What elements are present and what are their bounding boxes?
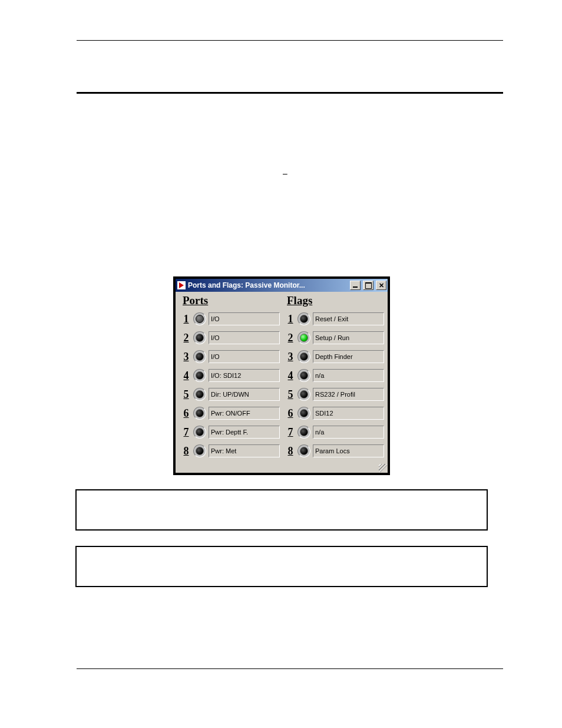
flag-number: 8 — [286, 445, 295, 457]
port-number: 3 — [181, 351, 191, 363]
led-indicator-icon — [300, 409, 308, 417]
port-led-4[interactable] — [193, 369, 206, 382]
flag-label-field[interactable]: Depth Finder — [313, 350, 384, 363]
led-indicator-icon — [300, 428, 308, 436]
led-indicator-icon — [196, 409, 204, 417]
flag-row-4: 4 n/a — [286, 366, 384, 385]
led-indicator-icon — [196, 371, 204, 380]
port-number: 8 — [181, 445, 191, 457]
port-row-5: 5 Dir: UP/DWN — [181, 385, 280, 404]
port-row-1: 1 I/O — [181, 309, 280, 328]
page-rule-top — [77, 40, 503, 41]
ports-column: Ports 1 I/O 2 I/O 3 I/O 4 — [181, 294, 280, 470]
flag-label-field[interactable]: Reset / Exit — [313, 312, 384, 325]
port-led-6[interactable] — [193, 407, 206, 420]
maximize-button[interactable] — [363, 281, 373, 290]
port-row-3: 3 I/O — [181, 347, 280, 366]
port-number: 1 — [181, 313, 191, 325]
flag-row-5: 5 RS232 / Profil — [286, 385, 384, 404]
port-label-field[interactable]: Pwr: Met — [209, 444, 280, 457]
port-row-8: 8 Pwr: Met — [181, 442, 280, 460]
flag-led-1[interactable] — [297, 312, 310, 325]
window-body: Ports 1 I/O 2 I/O 3 I/O 4 — [176, 292, 388, 473]
flag-led-7[interactable] — [297, 426, 310, 439]
flags-header: Flags — [286, 294, 384, 307]
led-indicator-icon — [196, 447, 204, 455]
led-indicator-icon — [300, 371, 308, 380]
led-indicator-icon — [300, 334, 308, 342]
page-rule-heading — [77, 92, 503, 94]
port-label-field[interactable]: I/O: SDI12 — [209, 369, 280, 382]
flag-number: 6 — [286, 407, 295, 420]
flag-label-field[interactable]: SDI12 — [313, 407, 384, 420]
port-number: 5 — [181, 388, 191, 401]
flag-row-7: 7 n/a — [286, 423, 384, 442]
port-led-7[interactable] — [193, 426, 206, 439]
window-title: Ports and Flags: Passive Monitor... — [188, 281, 348, 289]
port-label-field[interactable]: Pwr: ON/OFF — [209, 407, 280, 420]
flag-number: 7 — [286, 426, 295, 439]
port-label-field[interactable]: I/O — [209, 350, 280, 363]
port-label-field[interactable]: I/O — [209, 331, 280, 344]
flag-number: 3 — [286, 351, 295, 363]
ports-header: Ports — [181, 294, 280, 307]
port-led-2[interactable] — [193, 331, 206, 344]
port-row-2: 2 I/O — [181, 328, 280, 347]
page-dash: – — [283, 169, 287, 178]
port-number: 4 — [181, 370, 191, 382]
flag-label-field[interactable]: Param Locs — [313, 444, 384, 457]
flag-row-2: 2 Setup / Run — [286, 328, 384, 347]
led-indicator-icon — [300, 353, 308, 361]
flag-number: 1 — [286, 313, 295, 325]
app-icon — [177, 281, 186, 289]
flags-column: Flags 1 Reset / Exit 2 Setup / Run 3 Dep… — [286, 294, 384, 470]
flag-led-8[interactable] — [297, 444, 310, 457]
port-label-field[interactable]: Dir: UP/DWN — [209, 388, 280, 401]
flag-row-6: 6 SDI12 — [286, 404, 384, 423]
port-row-4: 4 I/O: SDI12 — [181, 366, 280, 385]
flag-row-8: 8 Param Locs — [286, 442, 384, 460]
port-led-1[interactable] — [193, 312, 206, 325]
port-label-field[interactable]: I/O — [209, 312, 280, 325]
led-indicator-icon — [300, 315, 308, 323]
flag-number: 2 — [286, 332, 295, 344]
window-client-area: Ports and Flags: Passive Monitor... ✕ Po… — [176, 279, 388, 473]
flag-led-2[interactable] — [297, 331, 310, 344]
ports-flags-window: Ports and Flags: Passive Monitor... ✕ Po… — [173, 276, 390, 475]
close-button[interactable]: ✕ — [376, 281, 386, 290]
minimize-button[interactable] — [350, 281, 361, 290]
flag-led-5[interactable] — [297, 388, 310, 401]
port-row-7: 7 Pwr: Deptt F. — [181, 423, 280, 442]
document-box-1 — [75, 489, 488, 531]
flag-label-field[interactable]: Setup / Run — [313, 331, 384, 344]
flag-label-field[interactable]: RS232 / Profil — [313, 388, 384, 401]
led-indicator-icon — [196, 315, 204, 323]
led-indicator-icon — [300, 447, 308, 455]
port-number: 7 — [181, 426, 191, 439]
flag-number: 5 — [286, 388, 295, 401]
resize-grip-icon[interactable] — [379, 464, 387, 472]
flag-led-6[interactable] — [297, 407, 310, 420]
led-indicator-icon — [196, 334, 204, 342]
flag-led-4[interactable] — [297, 369, 310, 382]
port-led-5[interactable] — [193, 388, 206, 401]
port-led-3[interactable] — [193, 350, 206, 363]
led-indicator-icon — [196, 428, 204, 436]
port-row-6: 6 Pwr: ON/OFF — [181, 404, 280, 423]
flag-row-3: 3 Depth Finder — [286, 347, 384, 366]
document-box-2 — [75, 546, 488, 587]
port-number: 6 — [181, 407, 191, 420]
flag-led-3[interactable] — [297, 350, 310, 363]
page-rule-bottom — [77, 668, 503, 669]
flag-number: 4 — [286, 370, 295, 382]
led-indicator-icon — [196, 390, 204, 398]
led-indicator-icon — [300, 390, 308, 398]
port-led-8[interactable] — [193, 444, 206, 457]
flag-label-field[interactable]: n/a — [313, 369, 384, 382]
flag-row-1: 1 Reset / Exit — [286, 309, 384, 328]
port-number: 2 — [181, 332, 191, 344]
titlebar[interactable]: Ports and Flags: Passive Monitor... ✕ — [176, 279, 388, 292]
flag-label-field[interactable]: n/a — [313, 426, 384, 439]
led-indicator-icon — [196, 353, 204, 361]
port-label-field[interactable]: Pwr: Deptt F. — [209, 426, 280, 439]
